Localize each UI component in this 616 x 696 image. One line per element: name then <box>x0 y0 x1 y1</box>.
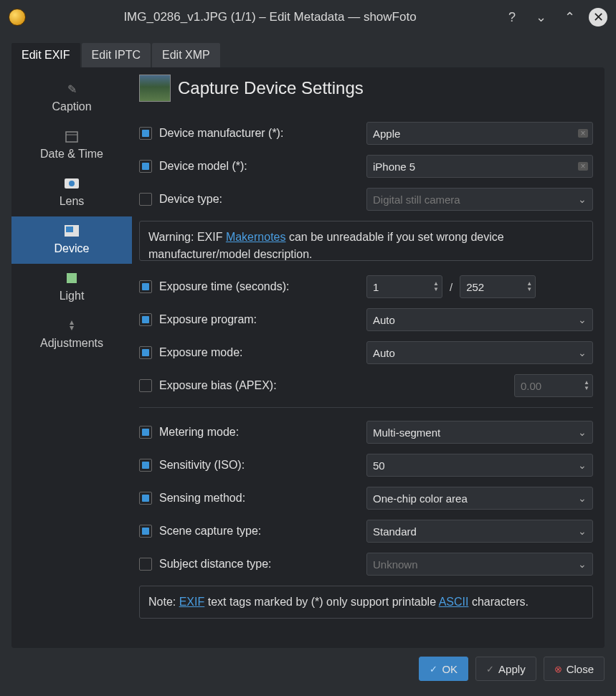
manufacturer-checkbox[interactable] <box>139 127 152 140</box>
titlebar: IMG_0286_v1.JPG (1/1) – Edit Metadata — … <box>0 0 616 34</box>
scene-capture-label: Scene capture type: <box>159 525 366 538</box>
exposure-program-checkbox[interactable] <box>139 313 152 326</box>
exposure-mode-select[interactable]: Auto <box>366 341 593 364</box>
note-box: Note: EXIF text tags marked by (*) only … <box>139 586 593 619</box>
device-icon <box>63 224 80 238</box>
exposure-bias-spinbox[interactable]: 0.00 ▲▼ <box>514 374 593 397</box>
sensing-method-checkbox[interactable] <box>139 492 152 505</box>
sidebar-item-lens[interactable]: Lens <box>11 169 132 216</box>
sidebar-item-light[interactable]: Light <box>11 264 132 311</box>
lens-icon <box>63 176 80 191</box>
iso-select[interactable]: 50 <box>366 454 593 477</box>
model-checkbox[interactable] <box>139 160 152 173</box>
sidebar-item-device[interactable]: Device <box>11 216 132 264</box>
exposure-time-checkbox[interactable] <box>139 280 152 293</box>
scene-capture-checkbox[interactable] <box>139 525 152 538</box>
model-input[interactable]: iPhone 5 × <box>366 155 593 178</box>
exposure-bias-checkbox[interactable] <box>139 379 152 392</box>
sidebar-item-label: Date & Time <box>40 148 103 161</box>
makernotes-link[interactable]: Makernotes <box>226 231 286 243</box>
ascii-link[interactable]: ASCII <box>439 596 469 608</box>
sidebar-item-label: Caption <box>52 100 91 113</box>
minimize-button[interactable]: ⌄ <box>531 8 550 27</box>
tab-edit-iptc[interactable]: Edit IPTC <box>82 43 151 67</box>
exif-link[interactable]: EXIF <box>179 596 205 608</box>
light-icon <box>63 271 80 285</box>
subject-distance-label: Subject distance type: <box>159 558 366 571</box>
exposure-program-label: Exposure program: <box>159 313 366 326</box>
exposure-time-denominator[interactable]: 252 ▲▼ <box>460 275 536 298</box>
pencil-icon: ✎ <box>63 82 80 96</box>
sidebar-item-label: Light <box>60 290 85 302</box>
sidebar-item-caption[interactable]: ✎ Caption <box>11 75 132 122</box>
check-icon: ✓ <box>486 664 494 674</box>
manufacturer-input[interactable]: Apple × <box>366 122 593 145</box>
tab-edit-xmp[interactable]: Edit XMP <box>152 43 220 67</box>
svg-rect-0 <box>66 132 77 142</box>
iso-checkbox[interactable] <box>139 459 152 472</box>
svg-rect-6 <box>67 273 77 283</box>
sidebar-item-date-time[interactable]: Date & Time <box>11 122 132 169</box>
sensing-method-select[interactable]: One-chip color area <box>366 487 593 510</box>
svg-rect-5 <box>66 227 73 232</box>
check-icon: ✓ <box>430 664 437 674</box>
scene-capture-select[interactable]: Standard <box>366 520 593 543</box>
subject-distance-checkbox[interactable] <box>139 558 152 571</box>
exposure-time-numerator[interactable]: 1 ▲▼ <box>366 275 442 298</box>
device-type-label: Device type: <box>159 193 366 206</box>
dialog-footer: ✓ OK ✓ Apply ⊗ Close <box>0 648 616 690</box>
window-title: IMG_0286_v1.JPG (1/1) – Edit Metadata — … <box>37 10 503 24</box>
metering-mode-checkbox[interactable] <box>139 426 152 439</box>
sidebar-item-label: Lens <box>60 195 85 208</box>
adjustments-icon <box>63 318 80 333</box>
sidebar-item-label: Device <box>55 242 90 255</box>
settings-panel: Capture Device Settings Device manufactu… <box>132 67 605 648</box>
exposure-time-label: Exposure time (seconds): <box>159 280 366 293</box>
model-label: Device model (*): <box>159 160 366 173</box>
exposure-mode-checkbox[interactable] <box>139 346 152 359</box>
page-title: Capture Device Settings <box>178 78 364 98</box>
help-button[interactable]: ? <box>503 8 521 27</box>
category-sidebar: ✎ Caption Date & Time Lens Device Ligh <box>11 67 132 648</box>
fraction-slash: / <box>450 281 452 293</box>
clear-icon[interactable]: × <box>578 129 588 138</box>
maximize-button[interactable]: ⌃ <box>560 8 579 27</box>
warning-box: Warning: EXIF Makernotes can be unreadab… <box>139 221 593 261</box>
apply-button[interactable]: ✓ Apply <box>475 657 536 681</box>
device-type-select[interactable]: Digital still camera <box>366 188 593 211</box>
metering-mode-label: Metering mode: <box>159 426 366 439</box>
iso-label: Sensitivity (ISO): <box>159 459 366 472</box>
divider <box>139 407 593 408</box>
sensing-method-label: Sensing method: <box>159 492 366 505</box>
metering-mode-select[interactable]: Multi-segment <box>366 421 593 444</box>
subject-distance-select[interactable]: Unknown <box>366 553 593 576</box>
sidebar-item-adjustments[interactable]: Adjustments <box>11 311 132 358</box>
close-icon: ⊗ <box>554 664 562 674</box>
close-button[interactable]: ⊗ Close <box>544 657 605 681</box>
image-thumbnail <box>139 75 171 102</box>
tab-edit-exif[interactable]: Edit EXIF <box>11 43 80 67</box>
calendar-icon <box>63 129 80 143</box>
exposure-mode-label: Exposure mode: <box>159 346 366 359</box>
exposure-program-select[interactable]: Auto <box>366 308 593 331</box>
manufacturer-label: Device manufacturer (*): <box>159 127 366 140</box>
device-type-checkbox[interactable] <box>139 193 152 206</box>
close-window-button[interactable]: ✕ <box>589 8 607 27</box>
app-icon <box>9 9 26 26</box>
svg-point-3 <box>69 181 75 186</box>
main-tabs: Edit EXIF Edit IPTC Edit XMP <box>0 34 616 67</box>
ok-button[interactable]: ✓ OK <box>419 657 468 681</box>
clear-icon[interactable]: × <box>578 162 588 171</box>
exposure-bias-label: Exposure bias (APEX): <box>159 379 514 392</box>
sidebar-item-label: Adjustments <box>40 337 103 350</box>
